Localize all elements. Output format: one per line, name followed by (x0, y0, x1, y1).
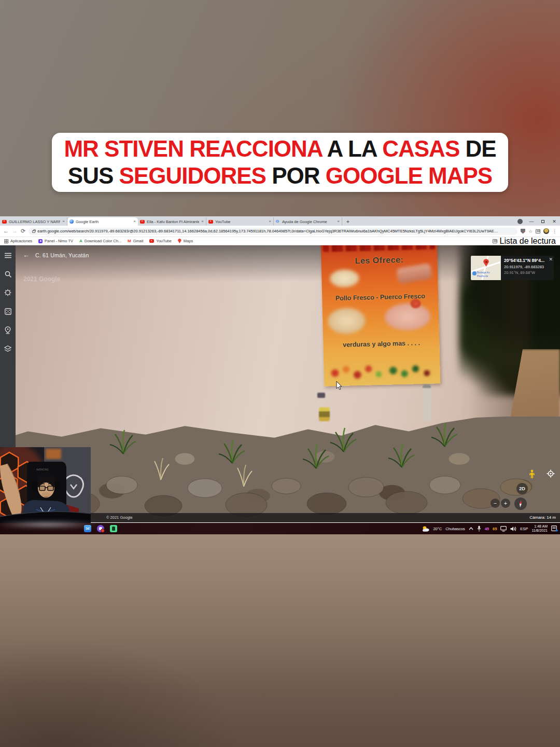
nimo-tv-icon (38, 239, 43, 243)
camera-altitude: Cámara: 14 m (529, 515, 556, 520)
new-tab-button[interactable]: + (344, 218, 352, 225)
bookmark-maps[interactable]: Maps (178, 239, 193, 243)
vegetables-image (326, 359, 438, 384)
wall-poster (46, 449, 61, 459)
pegman-icon[interactable] (528, 469, 536, 479)
back-icon[interactable]: ← (3, 228, 9, 234)
tab-close-icon[interactable]: × (337, 219, 340, 224)
chicken-cut-image (328, 308, 366, 335)
weather-condition[interactable]: Chubascos (445, 527, 465, 531)
menu-dots-icon[interactable]: ⋮ (552, 229, 557, 234)
2d-mode-button[interactable]: 2D (516, 483, 528, 494)
reading-list-icon (493, 239, 497, 243)
video-frame: MR STIVEN REACCIONA A LA CASAS DE SUS SE… (0, 0, 560, 747)
microphone-icon[interactable] (477, 525, 481, 532)
tab-google-earth[interactable]: Google Earth × (67, 217, 138, 226)
display-icon[interactable] (500, 526, 507, 532)
tab-ella-kafu-banton[interactable]: Ella - Kafu Banton Ft Almirante - × (138, 217, 206, 226)
coordinates-decimal: 20.911979, -89.683283 (504, 265, 552, 269)
search-icon[interactable] (4, 270, 11, 278)
bookmarks-bar: Aplicaciones Panel - Nimo TV ADownload C… (0, 237, 560, 245)
windows-taskbar: ✉ 20°C Chubascos 45 65 ESP 1:48 AM 11/8/… (0, 523, 560, 534)
coordinates-dms: 20°54'43.1"N 89°4... (504, 258, 552, 263)
title-banner: MR STIVEN REACCIONA A LA CASAS DE SUS SE… (52, 133, 508, 192)
address-bar[interactable]: earth.google.com/web/search/20.911979,-8… (29, 228, 517, 235)
compass-icon[interactable] (514, 497, 527, 510)
notification-center-icon[interactable] (551, 525, 558, 532)
menu-icon[interactable] (4, 252, 11, 259)
url-text: earth.google.com/web/search/20.911979,-8… (37, 229, 498, 233)
weather-temp[interactable]: 20°C (433, 527, 442, 531)
chicken-image (330, 269, 359, 287)
youtube-favicon (140, 220, 145, 224)
bookmark-youtube[interactable]: YouTube (149, 239, 171, 243)
temp-stat-orange[interactable]: 65 (493, 527, 497, 531)
blurred-background-bottom (0, 534, 560, 747)
title-line-1: MR STIVEN REACCIONA A LA CASAS DE (64, 135, 496, 162)
bookmark-nimo-tv[interactable]: Panel - Nimo TV (38, 239, 73, 243)
sign-extras-text: verduras y algo mas . . . . (323, 339, 439, 349)
forward-icon[interactable]: → (12, 228, 18, 234)
speaker-icon[interactable] (510, 526, 516, 532)
profile-avatar[interactable] (543, 228, 549, 234)
copyright-text: © 2021 Google (106, 515, 133, 520)
tab-ayuda-chrome[interactable]: G Ayuda de Google Chrome × (274, 217, 342, 226)
plastic-bottle (423, 384, 431, 421)
chair-brand-text: AKRACING (36, 468, 49, 471)
back-arrow-icon[interactable]: ← (23, 251, 30, 259)
capture-app-icon[interactable] (110, 525, 117, 532)
zoom-out-button[interactable]: − (491, 499, 500, 508)
temp-stat-pink[interactable]: 45 (485, 527, 489, 531)
butcher-shop-sign: Les Ofrece: Pollo Fresco - Puerco Fresco… (321, 245, 441, 386)
coordinates-approx: 20.91°N, 89.68°W (504, 270, 552, 275)
color-tool-icon: A (79, 239, 82, 243)
streamer-scene: AKRACING (0, 447, 91, 523)
pork-cut-image (385, 303, 431, 331)
my-location-icon[interactable] (547, 469, 555, 478)
bookmark-aplicaciones[interactable]: Aplicaciones (4, 239, 32, 243)
desk-glare (0, 521, 156, 528)
system-tray: 20°C Chubascos 45 65 ESP 1:48 AM 11/8/20… (422, 523, 560, 534)
bookmark-download-color[interactable]: ADownload Color Ch... (79, 239, 121, 243)
reading-list-button[interactable]: Lista de lectura (493, 237, 556, 246)
bookmark-gmail[interactable]: MGmail (128, 239, 143, 243)
google-earth-favicon (69, 219, 74, 224)
mail-app-icon[interactable]: ✉ (84, 525, 91, 532)
youtube-icon (149, 239, 154, 243)
tab-close-icon[interactable]: × (269, 219, 271, 224)
tab-guillermo-lasso[interactable]: GUILLERMO LASSO Y NARRADO × (0, 217, 67, 226)
security-warning-icon[interactable] (521, 229, 525, 234)
feeling-lucky-dice-icon[interactable] (4, 308, 11, 315)
google-favicon: G (276, 219, 280, 224)
webcam-overlay: AKRACING (0, 447, 91, 523)
tab-close-icon[interactable]: × (62, 219, 65, 224)
reading-list-icon[interactable] (536, 229, 540, 233)
taskbar-clock[interactable]: 1:48 AM 11/8/2021 (531, 524, 548, 533)
minimize-button[interactable]: — (526, 217, 537, 226)
map-style-layers-icon[interactable] (4, 345, 11, 352)
meat-pack-image (396, 263, 432, 284)
title-line-2: SUS SEGUIDORES POR GOOGLE MAPS (68, 162, 492, 189)
placemark-pin-icon[interactable] (4, 326, 11, 334)
coordinates-card[interactable]: Bodega Au Piedra de 20°54'43.1"N 89°4...… (471, 256, 554, 280)
voyager-icon[interactable] (4, 289, 11, 296)
tray-expand-chevron[interactable] (469, 527, 473, 530)
tab-youtube[interactable]: YouTube × (206, 217, 274, 226)
zoom-in-button[interactable]: + (501, 499, 510, 508)
clock-time: 1:48 AM (531, 524, 548, 529)
tab-close-icon[interactable]: × (133, 219, 136, 224)
store-marker-icon (472, 271, 477, 275)
map-thumbnail: Bodega Au Piedra de (471, 256, 501, 280)
weather-icon[interactable] (422, 525, 429, 532)
reload-icon[interactable]: ⟳ (21, 228, 25, 234)
tab-strip: GUILLERMO LASSO Y NARRADO × Google Earth… (0, 216, 560, 226)
keyboard-language[interactable]: ESP (520, 527, 528, 531)
nimo-tv-app-icon[interactable] (97, 525, 104, 532)
close-button[interactable]: ✕ (549, 217, 560, 226)
bookmark-star-icon[interactable]: ☆ (528, 229, 533, 234)
tab-search-icon[interactable] (517, 219, 523, 224)
maximize-button[interactable] (537, 217, 549, 226)
tab-close-icon[interactable]: × (201, 219, 204, 224)
sign-header-band (323, 245, 435, 252)
close-icon[interactable]: ✕ (549, 257, 553, 262)
